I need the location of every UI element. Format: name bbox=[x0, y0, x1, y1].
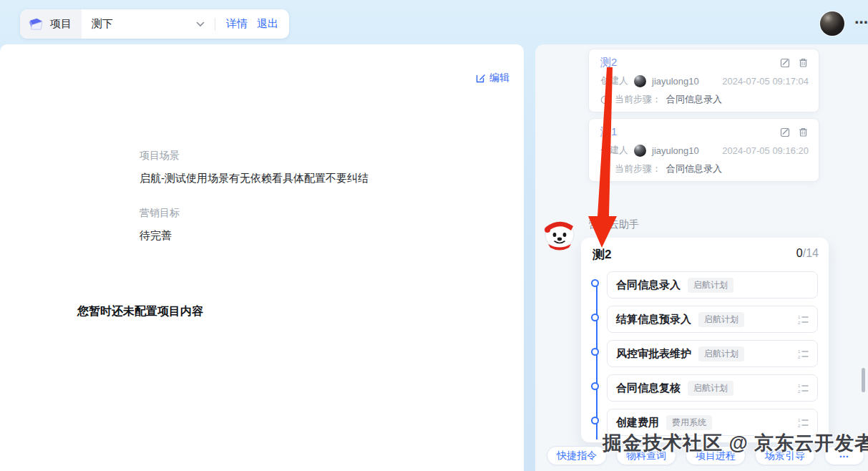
creator-name: jiayulong10 bbox=[652, 76, 699, 87]
current-step-value: 合同信息录入 bbox=[666, 93, 722, 106]
quick-button-more[interactable]: ⋯ bbox=[824, 446, 864, 465]
goal-text: 待完善 bbox=[140, 229, 172, 243]
step-name: 结算信息预录入 bbox=[616, 313, 691, 326]
creator-label: 创建人 bbox=[600, 144, 628, 157]
creator-avatar bbox=[634, 75, 646, 87]
progress-total: /14 bbox=[803, 247, 819, 259]
step-item[interactable]: 合同信息复核 启航计划 12 bbox=[607, 374, 818, 402]
session-card[interactable]: 测1 创建人 jiayulong10 2024-07-05 09:16:20 当… bbox=[588, 118, 819, 182]
plan-progress: 0/14 bbox=[796, 247, 819, 260]
quick-button-materials[interactable]: 物料查询 bbox=[616, 446, 676, 465]
project-select[interactable]: 测下 bbox=[82, 9, 215, 39]
timeline-node bbox=[591, 314, 599, 321]
step-tag: 费用系统 bbox=[666, 415, 712, 430]
assistant-mascot-icon bbox=[542, 215, 577, 251]
quick-button-shortcuts[interactable]: 快捷指令 bbox=[547, 446, 607, 465]
more-menu-icon[interactable]: ⋯ bbox=[854, 14, 868, 31]
project-content-panel: 编辑 项目场景 启航-测试使用场景有无依赖看具体配置不要纠结 营销目标 待完善 … bbox=[0, 44, 524, 471]
step-item[interactable]: 合同信息录入 启航计划 bbox=[607, 271, 818, 298]
step-clock-icon bbox=[600, 165, 610, 174]
project-label: 项目 bbox=[50, 17, 72, 31]
progress-done: 0 bbox=[796, 247, 803, 259]
assistant-label: 营销云助手 bbox=[589, 218, 639, 231]
ordered-list-icon[interactable]: 12 bbox=[798, 315, 809, 324]
current-step-value: 合同信息录入 bbox=[666, 162, 722, 175]
ordered-list-icon[interactable]: 12 bbox=[798, 418, 809, 427]
step-name: 创建费用 bbox=[616, 416, 659, 429]
empty-hint: 您暂时还未配置项目内容 bbox=[77, 304, 203, 319]
plan-card: 测2 0/14 合同信息录入 启航计划 结算信息预录入 启航计划 12 风控审批… bbox=[581, 238, 829, 442]
created-time: 2024-07-05 09:16:20 bbox=[722, 145, 809, 156]
edit-label: 编辑 bbox=[489, 72, 509, 84]
project-select-value: 测下 bbox=[92, 17, 113, 31]
session-card[interactable]: 测2 创建人 jiayulong10 2024-07-05 09:17:04 当… bbox=[588, 49, 819, 112]
ordered-list-icon[interactable]: 12 bbox=[798, 384, 809, 393]
svg-text:1: 1 bbox=[798, 418, 801, 422]
edit-icon bbox=[476, 73, 486, 83]
current-step-label: 当前步骤： bbox=[615, 93, 661, 106]
ordered-list-icon[interactable]: 12 bbox=[798, 349, 809, 359]
quick-action-bar: 快捷指令 物料查询 项目进程 场景引导 ⋯ bbox=[547, 446, 864, 465]
timeline-node bbox=[591, 279, 599, 287]
detail-link[interactable]: 详情 bbox=[226, 17, 248, 31]
user-avatar[interactable] bbox=[820, 11, 844, 36]
project-switcher: 项目 测下 详情 退出 bbox=[20, 9, 289, 39]
project-segment: 项目 bbox=[20, 9, 82, 39]
timeline-node bbox=[591, 417, 599, 424]
step-item[interactable]: 创建费用 费用系统 12 bbox=[607, 409, 818, 436]
svg-text:1: 1 bbox=[798, 384, 801, 388]
step-clock-icon bbox=[600, 95, 610, 105]
session-title[interactable]: 测2 bbox=[600, 56, 617, 69]
step-name: 合同信息录入 bbox=[616, 278, 681, 292]
goal-label: 营销目标 bbox=[140, 207, 180, 220]
scene-label: 项目场景 bbox=[140, 150, 180, 162]
step-tag: 启航计划 bbox=[698, 312, 744, 327]
project-folder-icon bbox=[28, 16, 44, 31]
step-tag: 启航计划 bbox=[698, 346, 744, 361]
step-tag: 启航计划 bbox=[688, 278, 733, 293]
svg-text:2: 2 bbox=[798, 423, 801, 427]
created-time: 2024-07-05 09:17:04 bbox=[722, 76, 809, 87]
scrollbar-thumb[interactable] bbox=[862, 368, 865, 392]
current-step-label: 当前步骤： bbox=[615, 162, 661, 175]
quick-button-scene-guide[interactable]: 场景引导 bbox=[755, 446, 815, 465]
topbar: 项目 测下 详情 退出 ⋯ bbox=[0, 0, 868, 44]
trash-icon[interactable] bbox=[798, 127, 809, 137]
svg-text:2: 2 bbox=[798, 320, 801, 324]
step-name: 合同信息复核 bbox=[616, 382, 681, 395]
quick-button-progress[interactable]: 项目进程 bbox=[686, 446, 746, 465]
chevron-down-icon bbox=[196, 21, 205, 27]
svg-text:2: 2 bbox=[798, 389, 801, 392]
edit-icon[interactable] bbox=[780, 127, 791, 137]
exit-link[interactable]: 退出 bbox=[257, 17, 278, 31]
session-title[interactable]: 测1 bbox=[600, 125, 617, 139]
step-name: 风控审批表维护 bbox=[616, 347, 691, 361]
step-tag: 启航计划 bbox=[688, 381, 733, 396]
step-item[interactable]: 结算信息预录入 启航计划 12 bbox=[607, 306, 818, 333]
trash-icon[interactable] bbox=[798, 57, 809, 68]
creator-label: 创建人 bbox=[600, 74, 628, 87]
svg-text:2: 2 bbox=[798, 354, 801, 358]
creator-avatar bbox=[634, 145, 646, 157]
step-item[interactable]: 风控审批表维护 启航计划 12 bbox=[607, 340, 818, 367]
scene-text: 启航-测试使用场景有无依赖看具体配置不要纠结 bbox=[140, 172, 369, 185]
assistant-panel: 测2 创建人 jiayulong10 2024-07-05 09:17:04 当… bbox=[535, 44, 868, 471]
plan-title: 测2 bbox=[593, 246, 611, 263]
timeline-node bbox=[591, 348, 599, 356]
creator-name: jiayulong10 bbox=[652, 145, 699, 156]
edit-button[interactable]: 编辑 bbox=[476, 72, 509, 84]
svg-text:1: 1 bbox=[798, 315, 801, 319]
svg-text:1: 1 bbox=[798, 349, 801, 354]
edit-icon[interactable] bbox=[780, 57, 791, 68]
timeline-node bbox=[591, 382, 599, 390]
